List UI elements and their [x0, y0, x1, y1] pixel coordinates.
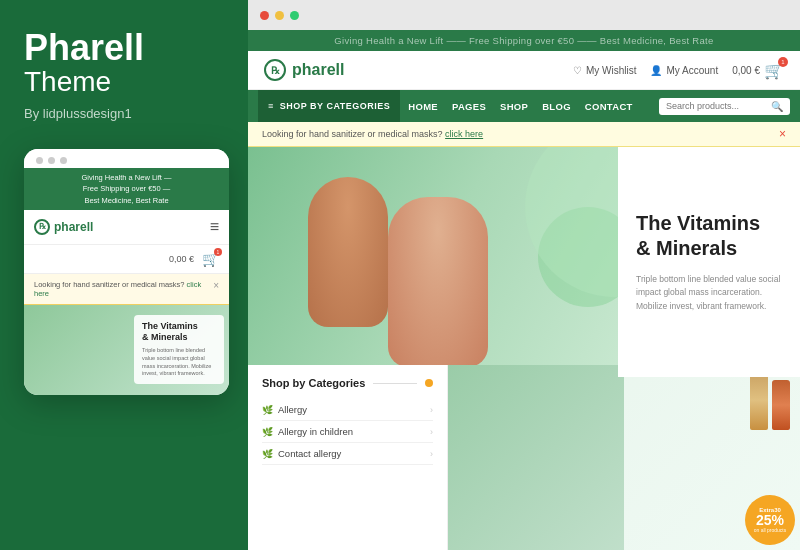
promo-discount-badge: Extra30 25% on all products [745, 495, 795, 545]
nav-search-box[interactable]: 🔍 [659, 98, 790, 115]
category-item-allergy[interactable]: 🌿 Allergy › [262, 399, 433, 421]
category-label-contact-allergy: Contact allergy [278, 448, 341, 459]
mobile-logo-icon: ℞ [34, 219, 50, 235]
mobile-cart-icon[interactable]: 🛒 1 [202, 251, 219, 267]
contact-allergy-arrow-icon: › [430, 449, 433, 459]
nav-shop[interactable]: SHOP [500, 101, 528, 112]
allergy-children-arrow-icon: › [430, 427, 433, 437]
mobile-logo: ℞ pharell [34, 219, 93, 235]
mobile-announcement: Giving Health a New Lift — Free Shipping… [24, 168, 229, 210]
mobile-price: 0,00 € [169, 254, 194, 264]
category-label-allergy: Allergy [278, 404, 307, 415]
nav-home[interactable]: HOME [408, 101, 438, 112]
hero-section: The Vitamins& Minerals Triple bottom lin… [248, 147, 800, 377]
browser-top-bar [248, 0, 800, 30]
categories-header: Shop by Categories [262, 377, 433, 389]
user-icon: 👤 [650, 65, 662, 76]
promo-bottle-1 [750, 370, 768, 430]
cart-icon[interactable]: 🛒 1 [764, 61, 784, 80]
category-item-contact-allergy[interactable]: 🌿 Contact allergy › [262, 443, 433, 465]
mobile-alert-text: Looking for hand sanitizer or medical ma… [34, 280, 213, 298]
allergy-icon: 🌿 [262, 405, 273, 415]
brand-subtitle: Theme [24, 66, 224, 98]
browser-dot-yellow[interactable] [275, 11, 284, 20]
left-panel: Pharell Theme By lidplussdesign1 Giving … [0, 0, 248, 550]
mobile-header: ℞ pharell ≡ [24, 210, 229, 245]
bottom-section: Shop by Categories 🌿 Allergy › 🌿 Allergy… [248, 365, 800, 550]
site-nav: ≡ SHOP BY CATEGORIES HOME PAGES SHOP BLO… [248, 90, 800, 122]
allergy-children-icon: 🌿 [262, 427, 273, 437]
site-header-actions: ♡ My Wishlist 👤 My Account 0,00 € 🛒 1 [573, 61, 784, 80]
account-action[interactable]: 👤 My Account [650, 65, 718, 76]
person-shape-elderly-woman [388, 197, 488, 367]
contact-allergy-icon: 🌿 [262, 449, 273, 459]
brand-title: Pharell [24, 30, 224, 66]
search-input[interactable] [666, 101, 766, 111]
promo-badge-percent: 25% [756, 513, 784, 527]
mobile-cart-badge: 1 [214, 248, 222, 256]
mobile-top-bar [24, 149, 229, 168]
nav-categories-button[interactable]: ≡ SHOP BY CATEGORIES [258, 90, 400, 122]
categories-panel: Shop by Categories 🌿 Allergy › 🌿 Allergy… [248, 365, 448, 550]
promo-bottle-2 [772, 380, 790, 430]
site-announcement-bar: Giving Health a New Lift —— Free Shippin… [248, 30, 800, 51]
allergy-arrow-icon: › [430, 405, 433, 415]
promo-badge-sub: on all products [754, 527, 787, 533]
cart-badge: 1 [778, 57, 788, 67]
browser-panel: Giving Health a New Lift —— Free Shippin… [248, 0, 800, 550]
site-logo-icon: ℞ [264, 59, 286, 81]
nav-pages[interactable]: PAGES [452, 101, 486, 112]
wishlist-action[interactable]: ♡ My Wishlist [573, 65, 637, 76]
promo-panel: Extra30 25% on all products [448, 365, 800, 550]
category-label-allergy-children: Allergy in children [278, 426, 353, 437]
categories-dot [425, 379, 433, 387]
browser-dot-green[interactable] [290, 11, 299, 20]
mobile-hero-title: The Vitamins& Minerals [142, 321, 216, 344]
site-header: ℞ pharell ♡ My Wishlist 👤 My Account 0,0… [248, 51, 800, 90]
mobile-alert-close-icon[interactable]: × [213, 280, 219, 291]
hero-title: The Vitamins& Minerals [636, 211, 782, 261]
site-alert-bar: Looking for hand sanitizer or medical ma… [248, 122, 800, 147]
mobile-hero-desc: Triple bottom line blended value social … [142, 347, 216, 378]
mobile-dot-3 [60, 157, 67, 164]
cart-action[interactable]: 0,00 € 🛒 1 [732, 61, 784, 80]
mobile-alert-bar: Looking for hand sanitizer or medical ma… [24, 274, 229, 305]
site-alert-close-icon[interactable]: × [779, 127, 786, 141]
search-icon: 🔍 [771, 101, 783, 112]
category-item-allergy-children[interactable]: 🌿 Allergy in children › [262, 421, 433, 443]
nav-links: HOME PAGES SHOP BLOG CONTACT [408, 101, 659, 112]
mobile-hero-text-box: The Vitamins& Minerals Triple bottom lin… [134, 315, 224, 384]
nav-blog[interactable]: BLOG [542, 101, 571, 112]
mobile-mockup: Giving Health a New Lift — Free Shipping… [24, 149, 229, 395]
nav-contact[interactable]: CONTACT [585, 101, 633, 112]
promo-people-image [448, 365, 624, 550]
hamburger-icon: ≡ [268, 101, 274, 111]
promo-products [750, 370, 790, 430]
site-alert-text: Looking for hand sanitizer or medical ma… [262, 129, 483, 139]
browser-dot-red[interactable] [260, 11, 269, 20]
mobile-menu-icon[interactable]: ≡ [210, 218, 219, 236]
person-shape-elderly-man [308, 177, 388, 327]
hero-text-box: The Vitamins& Minerals Triple bottom lin… [618, 147, 800, 377]
heart-icon: ♡ [573, 65, 582, 76]
site-alert-link[interactable]: click here [445, 129, 483, 139]
site-logo: ℞ pharell [264, 59, 344, 81]
mobile-dot-2 [48, 157, 55, 164]
categories-divider [373, 383, 417, 384]
brand-author: By lidplussdesign1 [24, 106, 224, 121]
categories-title: Shop by Categories [262, 377, 365, 389]
mobile-hero: The Vitamins& Minerals Triple bottom lin… [24, 305, 229, 395]
hero-description: Triple bottom line blended value social … [636, 273, 782, 314]
mobile-dot-1 [36, 157, 43, 164]
